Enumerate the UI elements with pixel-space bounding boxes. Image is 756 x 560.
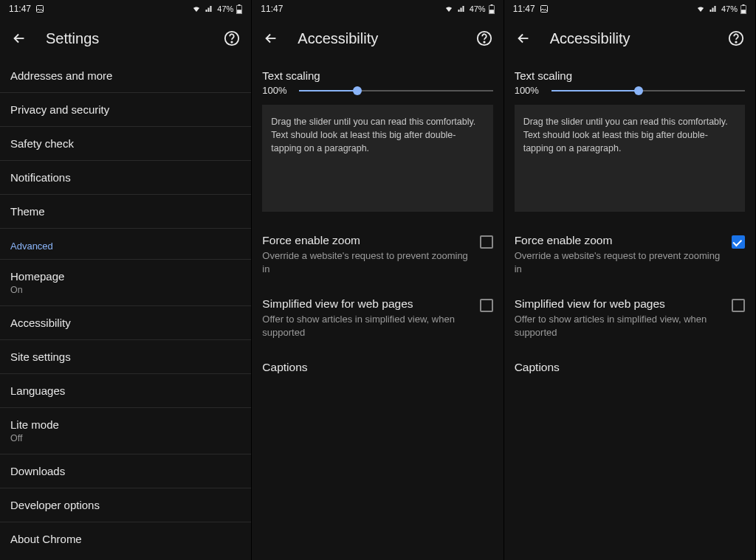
slider-row: 100%: [515, 85, 745, 96]
svg-rect-2: [238, 4, 241, 5]
simplified-desc: Offer to show articles in simplified vie…: [262, 313, 470, 339]
item-homepage[interactable]: Homepage On: [0, 260, 251, 306]
help-button[interactable]: [475, 30, 493, 47]
item-captions[interactable]: Captions: [252, 349, 503, 386]
item-site-settings[interactable]: Site settings: [0, 340, 251, 374]
wifi-icon: [444, 4, 454, 13]
text-scaling-slider[interactable]: [299, 86, 492, 96]
signal-icon: [205, 4, 214, 13]
svg-point-5: [232, 41, 233, 42]
a11y-content: Text scaling 100% Drag the slider until …: [504, 59, 755, 222]
arrow-back-icon: [515, 30, 532, 46]
item-safety-check[interactable]: Safety check: [0, 127, 251, 161]
slider-thumb[interactable]: [634, 86, 643, 95]
svg-rect-0: [37, 6, 44, 13]
svg-rect-3: [237, 10, 241, 13]
image-icon: [540, 4, 549, 13]
svg-rect-11: [540, 6, 547, 13]
item-privacy[interactable]: Privacy and security: [0, 93, 251, 127]
force-zoom-checkbox[interactable]: [480, 235, 493, 249]
simplified-title: Simplified view for web pages: [515, 297, 723, 311]
signal-icon: [457, 4, 467, 13]
arrow-back-icon: [11, 30, 27, 46]
page-title: Settings: [46, 30, 205, 47]
page-title: Accessibility: [550, 30, 709, 47]
simplified-checkbox[interactable]: [480, 299, 493, 312]
svg-rect-7: [490, 4, 492, 5]
battery-percent: 47%: [721, 4, 738, 13]
slider-thumb[interactable]: [353, 86, 362, 95]
svg-point-16: [735, 41, 736, 42]
slider-track-filled: [299, 90, 357, 91]
item-about-chrome[interactable]: About Chrome: [0, 522, 251, 556]
help-icon: [224, 30, 240, 46]
force-zoom-title: Force enable zoom: [515, 234, 723, 247]
battery-icon: [740, 4, 746, 14]
slider-row: 100%: [262, 85, 492, 96]
simplified-title: Simplified view for web pages: [262, 297, 470, 311]
toggle-force-zoom[interactable]: Force enable zoom Override a website's r…: [252, 222, 503, 286]
status-bar: 11:47 47%: [0, 0, 251, 18]
text-scaling-label: Text scaling: [262, 69, 492, 82]
status-time: 11:47: [513, 4, 535, 14]
help-icon: [476, 30, 492, 46]
scaling-preview: Drag the slider until you can read this …: [515, 105, 745, 212]
force-zoom-checkbox[interactable]: [732, 235, 745, 249]
screen-settings: 11:47 47% Settings Addresses and more Pr…: [0, 0, 252, 560]
arrow-back-icon: [263, 30, 279, 46]
status-time: 11:47: [261, 4, 283, 14]
back-button[interactable]: [10, 30, 28, 47]
item-languages[interactable]: Languages: [0, 374, 251, 408]
force-zoom-desc: Override a website's request to prevent …: [262, 249, 470, 275]
page-title: Accessibility: [298, 30, 457, 47]
toggle-force-zoom[interactable]: Force enable zoom Override a website's r…: [504, 222, 755, 286]
item-addresses[interactable]: Addresses and more: [0, 59, 251, 93]
battery-percent: 47%: [470, 4, 486, 13]
item-accessibility[interactable]: Accessibility: [0, 306, 251, 340]
svg-point-10: [484, 41, 484, 42]
a11y-content: Text scaling 100% Drag the slider until …: [252, 59, 503, 222]
app-bar: Accessibility: [504, 18, 755, 59]
text-scaling-label: Text scaling: [515, 69, 745, 82]
settings-list: Addresses and more Privacy and security …: [0, 59, 251, 560]
toggle-simplified-view[interactable]: Simplified view for web pages Offer to s…: [504, 286, 755, 349]
text-scaling-slider[interactable]: [551, 86, 745, 96]
app-bar: Settings: [0, 18, 251, 59]
back-button[interactable]: [262, 30, 280, 47]
slider-track-filled: [551, 90, 639, 91]
help-button[interactable]: [727, 30, 745, 47]
section-advanced: Advanced: [0, 229, 251, 260]
svg-rect-8: [489, 10, 494, 13]
toggle-simplified-view[interactable]: Simplified view for web pages Offer to s…: [252, 286, 503, 349]
item-developer-options[interactable]: Developer options: [0, 488, 251, 522]
simplified-checkbox[interactable]: [732, 299, 745, 312]
battery-icon: [489, 4, 495, 14]
status-bar: 11:47 47%: [504, 0, 755, 18]
screen-accessibility-2: 11:47 47% Accessibility Text scaling 100…: [504, 0, 756, 560]
status-bar: 11:47 47%: [252, 0, 503, 18]
text-scaling-value: 100%: [262, 85, 290, 96]
item-lite-mode[interactable]: Lite mode Off: [0, 408, 251, 454]
wifi-icon: [695, 4, 706, 13]
image-icon: [35, 4, 44, 13]
item-captions[interactable]: Captions: [504, 349, 755, 386]
force-zoom-title: Force enable zoom: [262, 234, 470, 247]
app-bar: Accessibility: [252, 18, 503, 59]
battery-percent: 47%: [217, 4, 233, 13]
text-scaling-value: 100%: [515, 85, 543, 96]
battery-icon: [236, 4, 242, 14]
item-notifications[interactable]: Notifications: [0, 161, 251, 195]
back-button[interactable]: [515, 30, 532, 47]
item-downloads[interactable]: Downloads: [0, 454, 251, 488]
status-time: 11:47: [9, 4, 31, 14]
simplified-desc: Offer to show articles in simplified vie…: [515, 313, 723, 339]
help-icon: [728, 30, 744, 46]
scaling-preview: Drag the slider until you can read this …: [262, 105, 492, 212]
force-zoom-desc: Override a website's request to prevent …: [515, 249, 723, 275]
item-theme[interactable]: Theme: [0, 195, 251, 229]
wifi-icon: [191, 4, 202, 13]
svg-rect-13: [743, 4, 745, 5]
help-button[interactable]: [223, 30, 241, 47]
screen-accessibility-1: 11:47 47% Accessibility Text scaling 100…: [252, 0, 504, 560]
signal-icon: [709, 4, 718, 13]
